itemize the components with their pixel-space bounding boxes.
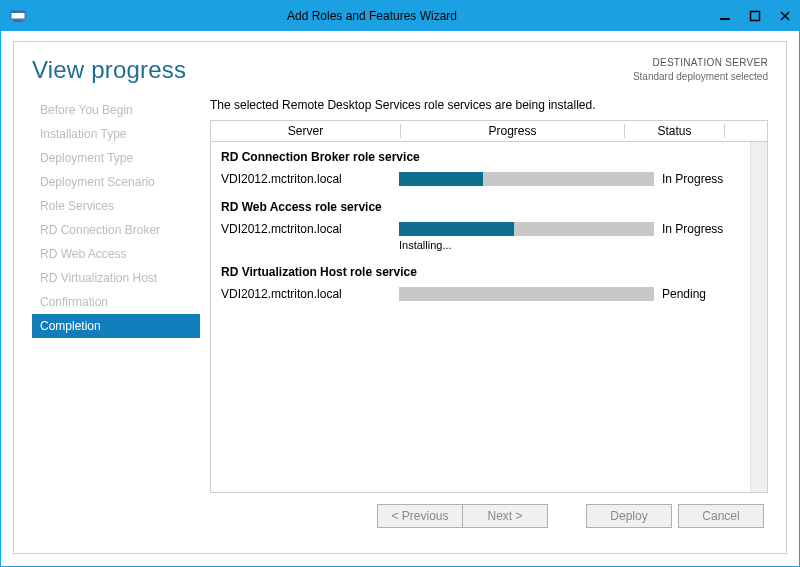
step-rd-connection-broker: RD Connection Broker bbox=[32, 218, 200, 242]
group-title: RD Virtualization Host role service bbox=[221, 265, 757, 279]
progress-table-header: Server Progress Status bbox=[210, 120, 768, 142]
group-title: RD Web Access role service bbox=[221, 200, 757, 214]
group-rd-virtualization-host: RD Virtualization Host role service VDI2… bbox=[211, 257, 767, 307]
close-button[interactable] bbox=[769, 1, 799, 31]
group-rd-connection-broker: RD Connection Broker role service VDI201… bbox=[211, 142, 767, 192]
group-title: RD Connection Broker role service bbox=[221, 150, 757, 164]
progress-bar bbox=[399, 172, 654, 186]
wizard-page: View progress DESTINATION SERVER Standar… bbox=[13, 41, 787, 554]
vertical-scrollbar[interactable] bbox=[750, 142, 767, 492]
svg-rect-3 bbox=[720, 18, 730, 20]
wizard-window: Add Roles and Features Wizard View progr… bbox=[0, 0, 800, 567]
maximize-button[interactable] bbox=[739, 1, 769, 31]
window-controls bbox=[709, 1, 799, 31]
deploy-button[interactable]: Deploy bbox=[586, 504, 672, 528]
step-deployment-scenario: Deployment Scenario bbox=[32, 170, 200, 194]
destination-value: Standard deployment selected bbox=[633, 70, 768, 84]
main-panel: The selected Remote Desktop Services rol… bbox=[200, 98, 768, 493]
svg-rect-2 bbox=[13, 20, 23, 22]
minimize-button[interactable] bbox=[709, 1, 739, 31]
table-row: VDI2012.mctriton.local In Progress bbox=[221, 170, 757, 192]
step-confirmation: Confirmation bbox=[32, 290, 200, 314]
cell-progress: Installing... bbox=[399, 222, 662, 251]
destination-label: DESTINATION SERVER bbox=[633, 56, 768, 70]
step-completion[interactable]: Completion bbox=[32, 314, 200, 338]
col-status: Status bbox=[625, 124, 725, 138]
progress-table-body: RD Connection Broker role service VDI201… bbox=[210, 142, 768, 493]
destination-info: DESTINATION SERVER Standard deployment s… bbox=[633, 56, 768, 83]
table-row: VDI2012.mctriton.local Installing... In … bbox=[221, 220, 757, 257]
progress-bar bbox=[399, 287, 654, 301]
cell-status: In Progress bbox=[662, 222, 757, 236]
step-before-you-begin: Before You Begin bbox=[32, 98, 200, 122]
titlebar: Add Roles and Features Wizard bbox=[1, 1, 799, 31]
cell-status: In Progress bbox=[662, 172, 757, 186]
group-rd-web-access: RD Web Access role service VDI2012.mctri… bbox=[211, 192, 767, 257]
description-text: The selected Remote Desktop Services rol… bbox=[210, 98, 768, 112]
table-row: VDI2012.mctriton.local Pending bbox=[221, 285, 757, 307]
window-title: Add Roles and Features Wizard bbox=[35, 1, 709, 31]
cell-server: VDI2012.mctriton.local bbox=[221, 222, 399, 236]
footer-buttons: < Previous Next > Deploy Cancel bbox=[32, 493, 768, 539]
step-rd-virtualization-host: RD Virtualization Host bbox=[32, 266, 200, 290]
step-deployment-type: Deployment Type bbox=[32, 146, 200, 170]
app-icon bbox=[1, 1, 35, 31]
cell-server: VDI2012.mctriton.local bbox=[221, 172, 399, 186]
cell-server: VDI2012.mctriton.local bbox=[221, 287, 399, 301]
svg-rect-1 bbox=[11, 11, 25, 13]
progress-fill bbox=[399, 172, 483, 186]
step-rd-web-access: RD Web Access bbox=[32, 242, 200, 266]
wizard-steps-sidebar: Before You Begin Installation Type Deplo… bbox=[32, 98, 200, 493]
cell-progress bbox=[399, 172, 662, 186]
cell-status: Pending bbox=[662, 287, 757, 301]
step-installation-type: Installation Type bbox=[32, 122, 200, 146]
progress-subtext: Installing... bbox=[399, 239, 654, 251]
page-title: View progress bbox=[32, 56, 186, 84]
cell-progress bbox=[399, 287, 662, 301]
svg-rect-4 bbox=[750, 12, 759, 21]
col-server: Server bbox=[211, 124, 401, 138]
progress-bar bbox=[399, 222, 654, 236]
previous-button[interactable]: < Previous bbox=[377, 504, 463, 528]
wizard-body: View progress DESTINATION SERVER Standar… bbox=[1, 31, 799, 566]
step-role-services: Role Services bbox=[32, 194, 200, 218]
next-button[interactable]: Next > bbox=[462, 504, 548, 528]
nav-button-group: < Previous Next > bbox=[377, 504, 548, 528]
cancel-button[interactable]: Cancel bbox=[678, 504, 764, 528]
progress-fill bbox=[399, 222, 514, 236]
col-progress: Progress bbox=[401, 124, 625, 138]
